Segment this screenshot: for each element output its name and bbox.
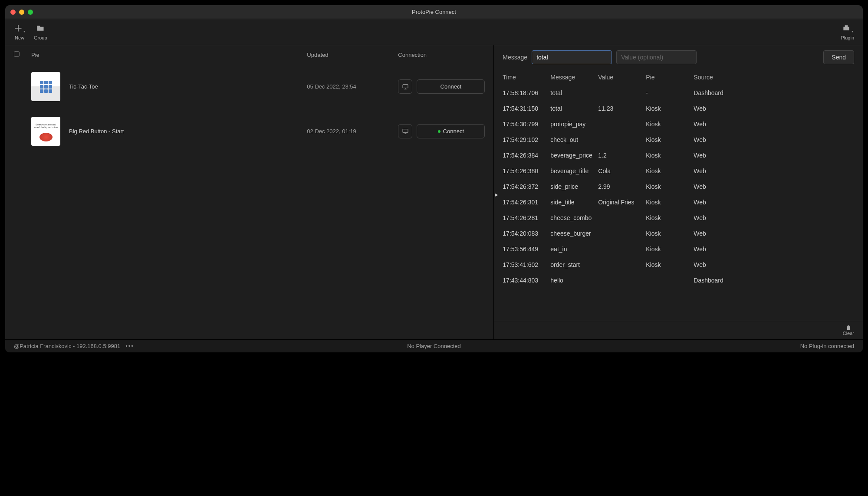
log-row: 17:54:26:281cheese_comboKioskWeb	[494, 210, 863, 226]
log-cell-pie: Kiosk	[646, 214, 694, 221]
log-cell-time: 17:54:26:380	[503, 168, 550, 174]
log-cell-source: Web	[694, 152, 854, 159]
display-button[interactable]	[398, 79, 412, 94]
pie-list: Tic-Tac-Toe 05 Dec 2022, 23:54 Connect	[5, 64, 493, 339]
header-updated: Updated	[307, 52, 398, 58]
log-header-pie: Pie	[646, 74, 694, 81]
log-cell-pie	[646, 277, 694, 284]
log-header-value: Value	[598, 74, 646, 81]
log-cell-message: side_price	[550, 183, 598, 190]
connected-indicator-icon	[438, 130, 441, 133]
toolbar: ▾ New Group ▾ Plugin	[5, 19, 863, 45]
log-cell-time: 17:54:26:372	[503, 183, 550, 190]
log-cell-value: 2.99	[598, 183, 646, 190]
pie-list-item[interactable]: Enter your name and smash the big red bu…	[5, 109, 493, 154]
log-row: 17:54:26:372side_price2.99KioskWeb	[494, 179, 863, 194]
log-cell-pie: Kiosk	[646, 246, 694, 253]
statusbar: @Patricia Franciskovic - 192.168.0.5:998…	[5, 339, 863, 352]
group-button[interactable]: Group	[34, 24, 47, 40]
log-cell-value	[598, 277, 646, 284]
log-cell-message: cheese_combo	[550, 214, 598, 221]
log-cell-source: Web	[694, 261, 854, 268]
log-row: 17:54:20:083cheese_burgerKioskWeb	[494, 226, 863, 241]
log-cell-message: beverage_price	[550, 152, 598, 159]
connect-button[interactable]: Connect	[417, 124, 485, 138]
group-button-label: Group	[34, 35, 47, 40]
message-bar: Message Send	[494, 45, 863, 69]
log-cell-value	[598, 214, 646, 221]
log-cell-value: 11.23	[598, 105, 646, 112]
log-cell-pie: Kiosk	[646, 152, 694, 159]
log-row: 17:58:18:706total-Dashboard	[494, 85, 863, 101]
log-cell-time: 17:43:44:803	[503, 277, 550, 284]
log-cell-source: Web	[694, 214, 854, 221]
plus-icon: ▾	[14, 24, 25, 33]
plugin-button[interactable]: ▾ Plugin	[841, 24, 854, 40]
maximize-window-button[interactable]	[28, 10, 33, 15]
log-cell-pie: Kiosk	[646, 136, 694, 143]
more-button[interactable]: •••	[125, 343, 134, 349]
new-button[interactable]: ▾ New	[14, 24, 25, 40]
log-cell-source: Web	[694, 183, 854, 190]
clear-button[interactable]: Clear	[843, 325, 854, 336]
connect-button-label: Connect	[443, 128, 464, 135]
clear-button-label: Clear	[843, 331, 854, 336]
log-cell-pie: Kiosk	[646, 230, 694, 237]
log-cell-pie: Kiosk	[646, 183, 694, 190]
log-cell-pie: Kiosk	[646, 121, 694, 128]
log-cell-pie: -	[646, 89, 694, 96]
pie-thumbnail: Enter your name and smash the big red bu…	[31, 117, 60, 146]
log-cell-time: 17:54:26:301	[503, 199, 550, 206]
titlebar: ProtoPie Connect	[5, 5, 863, 19]
log-cell-source: Web	[694, 199, 854, 206]
send-button[interactable]: Send	[823, 50, 854, 64]
minimize-window-button[interactable]	[19, 10, 24, 15]
log-cell-source: Dashboard	[694, 277, 854, 284]
log-cell-value: 1.2	[598, 152, 646, 159]
pie-list-item[interactable]: Tic-Tac-Toe 05 Dec 2022, 23:54 Connect	[5, 64, 493, 109]
svg-rect-1	[403, 129, 408, 132]
log-cell-value	[598, 121, 646, 128]
trash-icon	[845, 325, 852, 331]
log-cell-source: Dashboard	[694, 89, 854, 96]
log-cell-message: eat_in	[550, 246, 598, 253]
value-input[interactable]	[616, 50, 697, 64]
log-row: 17:53:41:602order_startKioskWeb	[494, 257, 863, 273]
log-header-message: Message	[550, 74, 598, 81]
log-cell-time: 17:54:31:150	[503, 105, 550, 112]
connect-button[interactable]: Connect	[417, 79, 485, 94]
clear-bar: Clear	[494, 321, 863, 339]
log-body[interactable]: 17:58:18:706total-Dashboard17:54:31:150t…	[494, 85, 863, 321]
log-cell-message: cheese_burger	[550, 230, 598, 237]
display-button[interactable]	[398, 124, 412, 138]
log-cell-message: total	[550, 89, 598, 96]
log-cell-value	[598, 89, 646, 96]
log-cell-source: Web	[694, 136, 854, 143]
monitor-icon	[402, 83, 409, 90]
message-input[interactable]	[532, 50, 612, 64]
log-row: 17:54:29:102check_outKioskWeb	[494, 132, 863, 148]
select-all-checkbox[interactable]	[14, 51, 20, 57]
svg-rect-0	[403, 84, 408, 88]
log-cell-time: 17:53:41:602	[503, 261, 550, 268]
log-cell-pie: Kiosk	[646, 105, 694, 112]
log-cell-source: Web	[694, 246, 854, 253]
log-row: 17:54:26:384beverage_price1.2KioskWeb	[494, 148, 863, 163]
log-cell-source: Web	[694, 168, 854, 174]
traffic-lights	[10, 10, 33, 15]
log-cell-time: 17:58:18:706	[503, 89, 550, 96]
pie-list-panel: Pie Updated Connection Tic-Tac-Toe 0	[5, 45, 494, 339]
pie-updated: 02 Dec 2022, 01:19	[307, 128, 398, 135]
log-cell-pie: Kiosk	[646, 168, 694, 174]
log-row: 17:54:30:799protopie_payKioskWeb	[494, 116, 863, 132]
log-cell-source: Web	[694, 105, 854, 112]
pie-updated: 05 Dec 2022, 23:54	[307, 83, 398, 90]
log-cell-pie: Kiosk	[646, 199, 694, 206]
log-header: Time Message Value Pie Source	[494, 69, 863, 85]
close-window-button[interactable]	[10, 10, 16, 15]
header-connection: Connection	[398, 52, 485, 58]
log-panel: ▶ Message Send Time Message Value Pie So…	[494, 45, 863, 339]
expand-panel-button[interactable]: ▶	[495, 192, 498, 197]
window-title: ProtoPie Connect	[412, 9, 456, 15]
connect-button-label: Connect	[441, 83, 461, 90]
